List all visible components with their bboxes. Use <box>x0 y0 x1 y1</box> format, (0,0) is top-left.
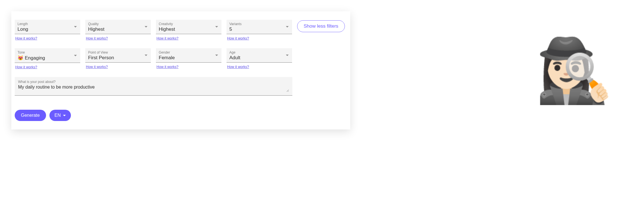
pov-how-it-works-link[interactable]: How it works? <box>86 65 151 69</box>
pov-label: Point of View <box>88 50 148 54</box>
filters-row-1: Length Long How it works? Quality Highes… <box>15 20 347 45</box>
variants-value: 5 <box>229 27 289 32</box>
chevron-down-icon <box>74 26 77 28</box>
detective-mascot-icon: 🕵🏻‍♀️ <box>536 39 613 102</box>
filter-length-group: Length Long How it works? <box>15 20 80 45</box>
age-label: Age <box>229 50 289 54</box>
creativity-label: Creativity <box>159 22 219 26</box>
pov-value: First Person <box>88 55 148 61</box>
gender-how-it-works-link[interactable]: How it works? <box>156 65 221 69</box>
chevron-down-icon <box>74 55 77 56</box>
age-value: Adult <box>229 55 289 61</box>
filter-gender-group: Gender Female How it works? <box>156 48 221 74</box>
filters-card: Length Long How it works? Quality Highes… <box>11 11 350 129</box>
filter-creativity-group: Creativity Highest How it works? <box>156 20 221 45</box>
tone-label: Tone <box>18 50 77 54</box>
chevron-down-icon <box>63 115 66 116</box>
age-how-it-works-link[interactable]: How it works? <box>227 65 292 69</box>
quality-how-it-works-link[interactable]: How it works? <box>86 36 151 40</box>
variants-label: Variants <box>229 22 289 26</box>
gender-label: Gender <box>159 50 219 54</box>
prompt-textarea-box[interactable]: What is your post about? My daily routin… <box>15 77 292 96</box>
creativity-select[interactable]: Creativity Highest <box>156 20 221 34</box>
filter-variants-group: Variants 5 How it works? <box>227 20 292 45</box>
chevron-down-icon <box>215 26 218 28</box>
show-less-filters-button[interactable]: Show less filters <box>297 20 345 32</box>
creativity-value: Highest <box>159 27 219 32</box>
age-select[interactable]: Age Adult <box>227 48 292 63</box>
length-label: Length <box>18 22 77 26</box>
language-select-button[interactable]: EN <box>49 110 71 121</box>
filter-age-group: Age Adult How it works? <box>227 48 292 74</box>
chevron-down-icon <box>145 55 147 56</box>
language-label: EN <box>55 113 61 118</box>
prompt-area: What is your post about? My daily routin… <box>15 77 347 96</box>
filter-tone-group: Tone 😻 Engaging How it works? <box>15 48 80 74</box>
gender-value: Female <box>159 55 219 61</box>
prompt-label: What is your post about? <box>18 80 289 84</box>
filter-pov-group: Point of View First Person How it works? <box>85 48 151 74</box>
chevron-down-icon <box>286 26 289 28</box>
quality-value: Highest <box>88 27 148 32</box>
quality-label: Quality <box>88 22 148 26</box>
gender-select[interactable]: Gender Female <box>156 48 221 63</box>
quality-select[interactable]: Quality Highest <box>85 20 151 34</box>
filter-quality-group: Quality Highest How it works? <box>85 20 151 45</box>
length-how-it-works-link[interactable]: How it works? <box>15 36 80 40</box>
variants-how-it-works-link[interactable]: How it works? <box>227 36 292 40</box>
tone-value: 😻 Engaging <box>18 55 77 61</box>
pov-select[interactable]: Point of View First Person <box>85 48 151 63</box>
prompt-input[interactable]: My daily routine to be more productive <box>18 85 289 92</box>
chevron-down-icon <box>145 26 147 28</box>
chevron-down-icon <box>215 55 218 56</box>
length-value: Long <box>18 27 77 32</box>
action-buttons-row: Generate EN <box>15 110 347 121</box>
tone-how-it-works-link[interactable]: How it works? <box>15 65 80 69</box>
tone-select[interactable]: Tone 😻 Engaging <box>15 48 80 63</box>
chevron-down-icon <box>286 55 289 56</box>
generate-button[interactable]: Generate <box>15 110 46 121</box>
creativity-how-it-works-link[interactable]: How it works? <box>156 36 221 40</box>
variants-select[interactable]: Variants 5 <box>227 20 292 34</box>
filters-row-2: Tone 😻 Engaging How it works? Point of V… <box>15 48 347 74</box>
length-select[interactable]: Length Long <box>15 20 80 34</box>
